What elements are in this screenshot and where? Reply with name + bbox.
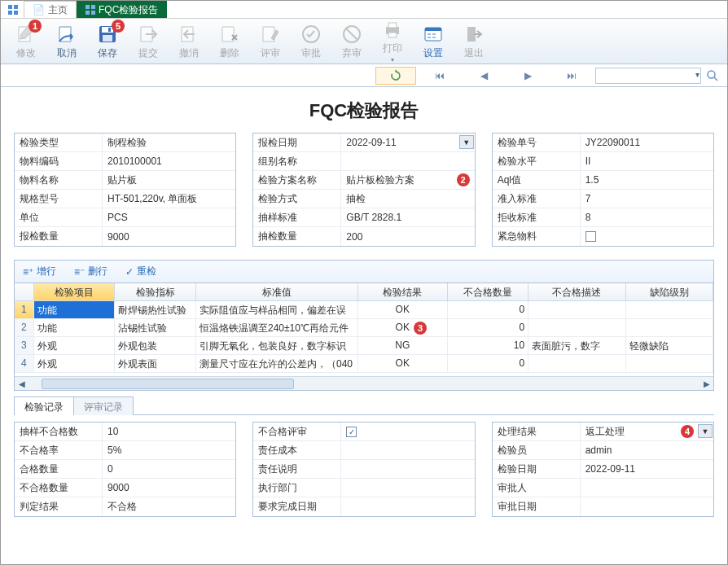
next-page-button[interactable]: ▶ (507, 67, 548, 85)
header-index[interactable]: 检验指标 (115, 283, 196, 300)
revoke-button[interactable]: 撤消 (169, 20, 209, 62)
explain-value[interactable] (341, 460, 474, 478)
cell-result[interactable]: NG (358, 337, 447, 354)
prev-page-button[interactable]: ◀ (463, 67, 504, 85)
qty-value[interactable]: 9000 (103, 227, 235, 246)
order-value[interactable]: JY22090011 (581, 134, 713, 151)
accept-value[interactable]: 7 (581, 190, 713, 208)
due-value[interactable] (341, 497, 474, 516)
exit-button[interactable]: 退出 (454, 20, 494, 62)
tab-review-log[interactable]: 评审记录 (73, 396, 134, 415)
plan-value[interactable]: 贴片板检验方案2 (341, 171, 474, 189)
cell-item[interactable]: 外观 (34, 355, 116, 372)
cell-desc[interactable] (528, 355, 625, 372)
cell-desc[interactable] (528, 319, 625, 336)
submit-button[interactable]: 提交 (128, 20, 169, 62)
approve-button[interactable]: 审批 (291, 20, 331, 62)
first-page-button[interactable]: ⏮ (419, 67, 460, 85)
table-row[interactable]: 2功能沾锡性试验恒温烙铁温调至240±10℃再给元件OK0 (15, 319, 713, 337)
header-rownum[interactable] (15, 283, 34, 300)
scroll-right-icon[interactable]: ▶ (699, 377, 713, 390)
recheck-button[interactable]: ✓重检 (125, 265, 156, 278)
review-checkbox[interactable]: ✓ (346, 427, 357, 437)
last-page-button[interactable]: ⏭ (551, 67, 592, 85)
scroll-track[interactable] (29, 377, 699, 390)
approve-date-value[interactable] (581, 497, 713, 516)
cell-level[interactable]: 轻微缺陷 (626, 337, 714, 354)
cell-badqty[interactable]: 10 (448, 337, 529, 354)
cell-item[interactable]: 功能 (34, 301, 116, 318)
table-row[interactable]: 4外观外观表面测量尺寸应在允许的公差内，（040OK0 (15, 355, 713, 373)
bad-rate-value[interactable]: 5% (103, 441, 235, 459)
cell-std[interactable]: 恒温烙铁温调至240±10℃再给元件 (196, 319, 358, 336)
search-input[interactable] (595, 68, 701, 84)
cell-result[interactable]: OK (358, 301, 447, 318)
cell-result[interactable]: OK (358, 355, 447, 372)
cell-std[interactable]: 实际阻值应与样品相同，偏差在误 (196, 301, 358, 318)
cell-level[interactable] (626, 319, 714, 336)
sample-qty-value[interactable]: 200 (341, 227, 474, 246)
inspector-value[interactable]: admin (581, 441, 713, 459)
result-value[interactable]: 返工处理4▼ (581, 423, 713, 440)
modify-button[interactable]: 1 修改 (6, 20, 46, 62)
search-button[interactable] (704, 68, 721, 84)
tab-report[interactable]: FQC检验报告 (77, 1, 167, 18)
tab-inspection-log[interactable]: 检验记录 (14, 396, 74, 415)
urgent-checkbox[interactable] (585, 231, 596, 242)
del-row-button[interactable]: ≡⁻删行 (74, 265, 107, 278)
search-dropdown-icon[interactable]: ▾ (695, 70, 699, 79)
report-date-value[interactable]: 2022-09-11▼ (341, 134, 474, 151)
cell-level[interactable] (626, 301, 714, 318)
cell-std[interactable]: 测量尺寸应在允许的公差内，（040 (196, 355, 358, 372)
good-qty-value[interactable]: 0 (103, 460, 235, 478)
spec-value[interactable]: HT-501,220v, 单面板 (103, 190, 235, 208)
std-value[interactable]: GB/T 2828.1 (341, 208, 474, 226)
cell-result[interactable]: OK (358, 319, 447, 336)
save-button[interactable]: 5 保存 (87, 20, 128, 62)
reject-value[interactable]: 8 (581, 208, 713, 226)
material-code-value[interactable]: 2010100001 (103, 152, 235, 170)
judge-value[interactable]: 不合格 (103, 497, 235, 516)
scroll-thumb[interactable] (42, 379, 294, 389)
header-level[interactable]: 缺陷级别 (626, 283, 714, 300)
cell-index[interactable]: 外观包装 (115, 337, 196, 354)
sample-bad-value[interactable]: 10 (103, 423, 235, 440)
approver-value[interactable] (581, 479, 713, 497)
dept-value[interactable] (341, 479, 474, 497)
cell-item[interactable]: 功能 (34, 319, 116, 336)
header-desc[interactable]: 不合格描述 (528, 283, 625, 300)
cell-badqty[interactable]: 0 (448, 319, 529, 336)
header-std[interactable]: 标准值 (196, 283, 358, 300)
table-row[interactable]: 1功能耐焊锡热性试验实际阻值应与样品相同，偏差在误OK0 (15, 301, 713, 319)
aql-value[interactable]: 1.5 (581, 171, 713, 189)
inspect-type-value[interactable]: 制程检验 (103, 134, 235, 151)
table-row[interactable]: 3外观外观包装引脚无氧化，包装良好，数字标识NG10表面脏污，数字轻微缺陷 (15, 337, 713, 355)
date-dropdown-icon[interactable]: ▼ (459, 135, 474, 149)
cost-value[interactable] (341, 441, 474, 459)
add-row-button[interactable]: ≡⁺增行 (23, 265, 56, 278)
settings-button[interactable]: 设置 (413, 20, 454, 62)
print-button[interactable]: 打印▾ (372, 20, 413, 62)
inspect-date-value[interactable]: 2022-09-11 (581, 460, 713, 478)
header-result[interactable]: 检验结果 (358, 283, 447, 300)
cell-desc[interactable] (528, 301, 625, 318)
scroll-left-icon[interactable]: ◀ (15, 377, 29, 390)
header-item[interactable]: 检验项目 (34, 283, 116, 300)
cell-index[interactable]: 沾锡性试验 (115, 319, 196, 336)
level-value[interactable]: II (581, 152, 713, 170)
cell-desc[interactable]: 表面脏污，数字 (528, 337, 625, 354)
cell-index[interactable]: 外观表面 (115, 355, 196, 372)
review-flag-value[interactable]: ✓ (341, 423, 474, 440)
cell-std[interactable]: 引脚无氧化，包装良好，数字标识 (196, 337, 358, 354)
bad-qty-value[interactable]: 9000 (103, 479, 235, 497)
unit-value[interactable]: PCS (103, 208, 235, 226)
cancel-button[interactable]: 取消 (46, 20, 87, 62)
result-dropdown-icon[interactable]: ▼ (698, 424, 713, 438)
urgent-value[interactable] (581, 227, 713, 246)
header-badqty[interactable]: 不合格数量 (448, 283, 529, 300)
refresh-button[interactable] (375, 67, 416, 85)
method-value[interactable]: 抽检 (341, 190, 474, 208)
discard-button[interactable]: 弃审 (331, 20, 372, 62)
delete-button[interactable]: 删除 (209, 20, 250, 62)
cell-badqty[interactable]: 0 (448, 301, 529, 318)
